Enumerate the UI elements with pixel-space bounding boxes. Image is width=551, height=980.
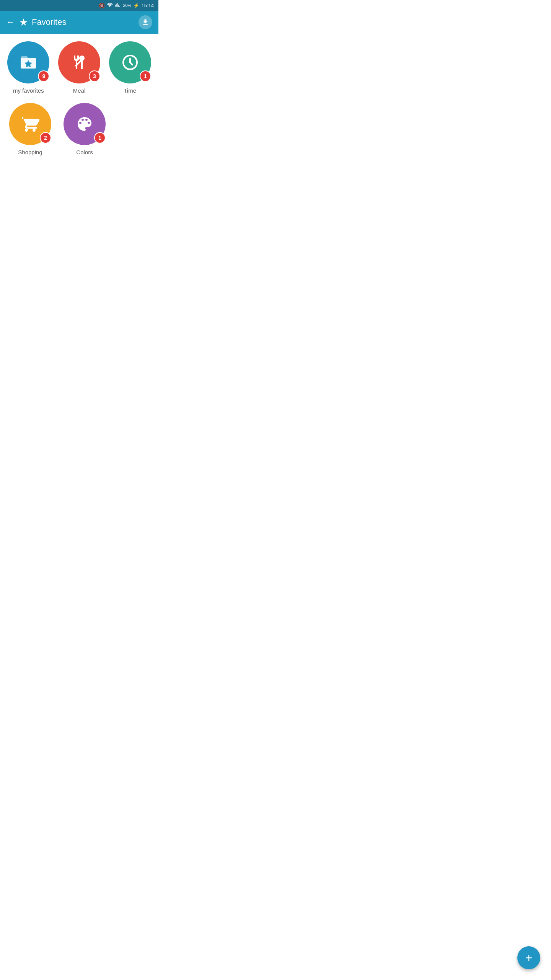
category-item-time[interactable]: 1 Time bbox=[109, 41, 151, 94]
category-row-1: 9 my favorites 3 bbox=[3, 41, 155, 94]
category-item-shopping[interactable]: 2 Shopping bbox=[9, 103, 51, 155]
categories-grid: 9 my favorites 3 bbox=[0, 34, 158, 155]
category-item-meal[interactable]: 3 Meal bbox=[58, 41, 100, 94]
category-item-colors[interactable]: 1 Colors bbox=[64, 103, 106, 155]
back-button[interactable]: ← bbox=[6, 17, 15, 27]
time-badge: 1 bbox=[140, 70, 151, 82]
meal-circle-wrapper: 3 bbox=[58, 41, 100, 83]
status-bar: 🔇 20% ⚡ 15:14 bbox=[0, 0, 158, 11]
shopping-circle-wrapper: 2 bbox=[9, 103, 51, 145]
wifi-icon bbox=[107, 3, 113, 8]
time-label: Time bbox=[124, 87, 136, 94]
category-item-my-favorites[interactable]: 9 my favorites bbox=[7, 41, 49, 94]
colors-badge: 1 bbox=[94, 132, 106, 144]
shopping-label: Shopping bbox=[18, 149, 42, 155]
battery-level: 20% bbox=[123, 3, 131, 8]
clock-icon bbox=[121, 53, 139, 72]
page-title: Favorites bbox=[32, 17, 139, 27]
meal-badge: 3 bbox=[89, 70, 100, 82]
signal-icon bbox=[115, 3, 121, 8]
cart-icon bbox=[21, 115, 39, 133]
shopping-badge: 2 bbox=[40, 132, 51, 144]
status-time: 15:14 bbox=[141, 3, 154, 8]
mute-icon: 🔇 bbox=[99, 3, 105, 8]
my-favorites-label: my favorites bbox=[13, 87, 44, 94]
download-icon bbox=[142, 18, 149, 26]
time-circle-wrapper: 1 bbox=[109, 41, 151, 83]
battery-icon: ⚡ bbox=[133, 3, 139, 8]
category-row-2: 2 Shopping 1 Colors bbox=[3, 103, 155, 155]
status-icons: 🔇 20% ⚡ 15:14 bbox=[99, 3, 154, 8]
download-button[interactable] bbox=[139, 15, 152, 29]
favorites-star-icon: ★ bbox=[19, 16, 28, 28]
cutlery-icon bbox=[70, 53, 88, 72]
folder-star-icon bbox=[19, 53, 37, 72]
palette-icon bbox=[75, 115, 94, 133]
app-bar: ← ★ Favorites bbox=[0, 11, 158, 34]
meal-label: Meal bbox=[73, 87, 86, 94]
colors-circle-wrapper: 1 bbox=[64, 103, 106, 145]
my-favorites-badge: 9 bbox=[38, 70, 49, 82]
colors-label: Colors bbox=[76, 149, 93, 155]
my-favorites-circle-wrapper: 9 bbox=[7, 41, 49, 83]
